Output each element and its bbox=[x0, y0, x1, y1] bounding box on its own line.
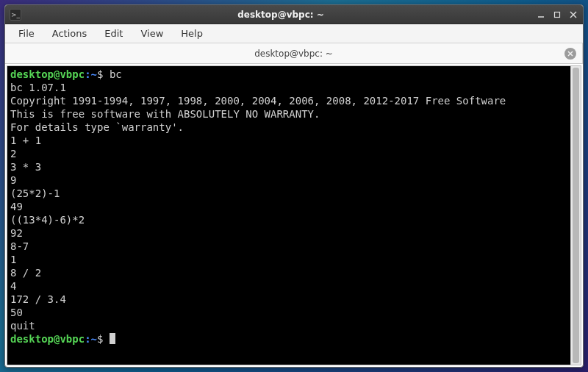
terminal-output[interactable]: desktop@vbpc:~$ bc bc 1.07.1 Copyright 1… bbox=[7, 66, 581, 365]
output-line: 8-7 bbox=[10, 240, 29, 252]
terminal-app-icon: >_ bbox=[10, 9, 21, 21]
minimize-button[interactable] bbox=[536, 10, 546, 20]
prompt-sigil: $ bbox=[97, 333, 103, 345]
prompt-user: desktop@vbpc bbox=[10, 68, 85, 80]
scrollbar[interactable] bbox=[570, 66, 581, 365]
output-line: This is free software with ABSOLUTELY NO… bbox=[10, 108, 320, 120]
prompt-path: ~ bbox=[91, 68, 97, 80]
output-line: 1 bbox=[10, 254, 16, 265]
output-line: 3 * 3 bbox=[10, 161, 41, 173]
menu-help[interactable]: Help bbox=[173, 26, 210, 41]
output-line: (25*2)-1 bbox=[10, 187, 60, 199]
output-line: 92 bbox=[10, 227, 23, 239]
menu-view[interactable]: View bbox=[133, 26, 171, 41]
output-line: 49 bbox=[10, 201, 23, 212]
titlebar[interactable]: >_ desktop@vbpc: ~ bbox=[5, 5, 583, 24]
terminal-window: >_ desktop@vbpc: ~ File Actions Edit Vie… bbox=[4, 4, 584, 368]
output-line: ((13*4)-6)*2 bbox=[10, 214, 85, 226]
tab-close-button[interactable] bbox=[564, 48, 576, 60]
output-line: 8 / 2 bbox=[10, 267, 41, 279]
window-title: desktop@vbpc: ~ bbox=[26, 10, 536, 20]
prompt-path: ~ bbox=[91, 333, 97, 345]
tabbar: desktop@vbpc: ~ bbox=[5, 43, 583, 64]
close-button[interactable] bbox=[568, 10, 578, 20]
tab-label: desktop@vbpc: ~ bbox=[254, 49, 333, 59]
scrollbar-thumb[interactable] bbox=[573, 68, 579, 363]
tab-terminal-1[interactable]: desktop@vbpc: ~ bbox=[5, 43, 583, 63]
menu-file[interactable]: File bbox=[11, 26, 42, 41]
prompt-sigil: $ bbox=[97, 68, 103, 80]
output-line: bc 1.07.1 bbox=[10, 82, 66, 93]
output-line: For details type `warranty'. bbox=[10, 121, 184, 133]
output-line: 4 bbox=[10, 280, 16, 292]
output-line: quit bbox=[10, 320, 35, 332]
cursor bbox=[110, 333, 115, 344]
menu-actions[interactable]: Actions bbox=[45, 26, 95, 41]
terminal-area: desktop@vbpc:~$ bc bc 1.07.1 Copyright 1… bbox=[7, 65, 581, 365]
output-line: 2 bbox=[10, 148, 16, 160]
window-controls bbox=[536, 10, 578, 20]
prompt-sep: : bbox=[85, 333, 90, 345]
command-1: bc bbox=[110, 68, 122, 80]
maximize-button[interactable] bbox=[552, 10, 562, 20]
menubar: File Actions Edit View Help bbox=[5, 24, 583, 43]
output-line: 9 bbox=[10, 174, 16, 186]
output-line: Copyright 1991-1994, 1997, 1998, 2000, 2… bbox=[10, 95, 506, 107]
prompt-sep: : bbox=[85, 68, 90, 80]
menu-edit[interactable]: Edit bbox=[97, 26, 130, 41]
svg-rect-1 bbox=[555, 12, 560, 17]
prompt-user: desktop@vbpc bbox=[10, 333, 85, 345]
output-line: 50 bbox=[10, 307, 23, 318]
output-line: 1 + 1 bbox=[10, 135, 41, 146]
output-line: 172 / 3.4 bbox=[10, 293, 66, 305]
